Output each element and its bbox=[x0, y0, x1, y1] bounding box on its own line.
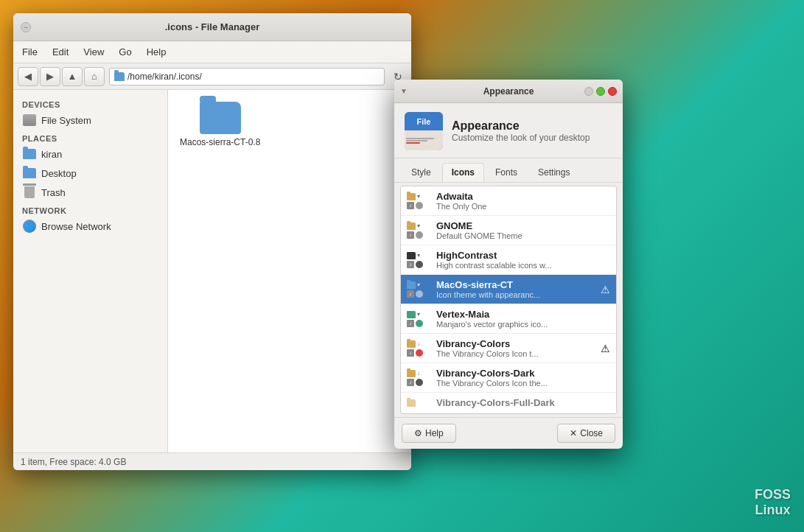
linux-text: Linux bbox=[755, 503, 791, 519]
theme-vibrancy[interactable]: ↓ ♪ Vibrancy-Colors The Vibrancy Colors … bbox=[401, 334, 616, 363]
mini-speaker-vertex: ♪ bbox=[407, 320, 414, 327]
titlebar-minimize-btn[interactable]: − bbox=[21, 22, 31, 32]
help-label: Help bbox=[425, 428, 444, 438]
menu-view[interactable]: View bbox=[80, 45, 107, 59]
theme-gnome-name: GNOME bbox=[436, 220, 610, 231]
back-button[interactable]: ◀ bbox=[18, 67, 38, 86]
mini-folder-1 bbox=[407, 193, 416, 200]
theme-macos-desc: Icon theme with appearanc... bbox=[436, 290, 595, 299]
menu-help[interactable]: Help bbox=[144, 45, 169, 59]
menu-file[interactable]: File bbox=[19, 45, 41, 59]
foss-linux-watermark: FOSS Linux bbox=[755, 487, 791, 519]
mini-down-vertex: ▾ bbox=[417, 311, 420, 318]
dialog-header: File Appearance Customize the look of yo… bbox=[394, 103, 623, 158]
desktop-label: Desktop bbox=[41, 168, 77, 179]
macos-warning-icon: ⚠ bbox=[601, 284, 610, 295]
foss-text: FOSS bbox=[755, 487, 791, 503]
icon-bottom bbox=[405, 130, 443, 150]
dialog-footer: ⚙ Help ✕ Close bbox=[394, 417, 623, 449]
theme-vibrancy-full-dark[interactable]: Vibrancy-Colors-Full-Dark bbox=[401, 393, 616, 413]
theme-vertex-preview: ▾ ♪ bbox=[407, 311, 430, 327]
dialog-menu-arrow[interactable]: ▼ bbox=[400, 87, 408, 95]
menu-edit[interactable]: Edit bbox=[49, 45, 71, 59]
file-name: Macos-sierra-CT-0.8 bbox=[180, 137, 260, 147]
address-bar[interactable]: /home/kiran/.icons/ bbox=[109, 68, 385, 85]
trash-label: Trash bbox=[41, 187, 66, 198]
theme-vibrancy-dark[interactable]: ↓ ♪ Vibrancy-Colors-Dark The Vibrancy Co… bbox=[401, 363, 616, 393]
folder-icon-large bbox=[200, 102, 241, 134]
sidebar-item-kiran[interactable]: kiran bbox=[13, 144, 167, 164]
dialog-hide-button[interactable] bbox=[596, 87, 605, 96]
up-button[interactable]: ▲ bbox=[62, 67, 83, 86]
sidebar-item-trash[interactable]: Trash bbox=[13, 183, 167, 202]
tab-fonts[interactable]: Fonts bbox=[486, 163, 527, 182]
theme-adwaita-desc: The Only One bbox=[436, 202, 610, 211]
theme-macos[interactable]: ▾ ♪ MacOs-sierra-CT Icon theme with appe… bbox=[401, 275, 616, 304]
sidebar-item-filesystem[interactable]: File System bbox=[13, 111, 167, 130]
forward-button[interactable]: ▶ bbox=[40, 67, 60, 86]
mini-folder-vibd bbox=[407, 370, 416, 377]
dialog-controls bbox=[584, 87, 617, 96]
dialog-titlebar: ▼ Appearance bbox=[394, 80, 623, 103]
theme-macos-preview: ▾ ♪ bbox=[407, 281, 430, 298]
status-text: 1 item, Free space: 4.0 GB bbox=[21, 457, 126, 467]
file-area: Macos-sierra-CT-0.8 bbox=[168, 90, 411, 452]
mini-down-gnome: ▾ bbox=[417, 223, 420, 230]
mini-circle-gnome bbox=[416, 231, 423, 239]
mini-circle-vibd bbox=[416, 379, 423, 386]
sidebar: DEVICES File System PLACES kiran Desktop bbox=[13, 90, 168, 452]
close-label: Close bbox=[580, 428, 603, 438]
theme-gnome-desc: Default GNOME Theme bbox=[436, 231, 610, 240]
icon-themes-list[interactable]: ▾ ♪ Adwaita The Only One ▾ ♪ bbox=[400, 186, 617, 414]
tab-settings[interactable]: Settings bbox=[528, 163, 579, 182]
drive-icon bbox=[22, 113, 37, 127]
theme-adwaita[interactable]: ▾ ♪ Adwaita The Only One bbox=[401, 186, 616, 216]
theme-gnome[interactable]: ▾ ♪ GNOME Default GNOME Theme bbox=[401, 216, 616, 245]
mini-speaker-vib: ♪ bbox=[407, 349, 414, 357]
content-area: DEVICES File System PLACES kiran Desktop bbox=[13, 90, 411, 452]
theme-vibrancy-preview: ↓ ♪ bbox=[407, 340, 430, 357]
theme-vertex-maia[interactable]: ▾ ♪ Vertex-Maia Manjaro's vector graphic… bbox=[401, 304, 616, 334]
dialog-close-button[interactable] bbox=[608, 87, 617, 96]
theme-macos-text: MacOs-sierra-CT Icon theme with appearan… bbox=[436, 279, 595, 299]
help-button[interactable]: ⚙ Help bbox=[402, 424, 456, 443]
icon-top: File bbox=[405, 112, 443, 130]
home-button[interactable]: ⌂ bbox=[84, 67, 105, 86]
sidebar-item-desktop[interactable]: Desktop bbox=[13, 164, 167, 183]
mini-down-hc: ▾ bbox=[417, 252, 420, 259]
theme-highcontrast-text: HighContrast High contrast scalable icon… bbox=[436, 250, 610, 270]
mini-circle-hc bbox=[416, 261, 423, 268]
file-manager-window: − .icons - File Manager File Edit View G… bbox=[13, 13, 411, 470]
theme-vibrancy-desc: The Vibrancy Colors Icon t... bbox=[436, 349, 595, 358]
mini-circle-1 bbox=[416, 202, 423, 209]
theme-vibrancy-dark-preview: ↓ ♪ bbox=[407, 370, 430, 386]
file-item-macos[interactable]: Macos-sierra-CT-0.8 bbox=[177, 99, 263, 150]
sidebar-item-browse-network[interactable]: 🌐 Browse Network bbox=[13, 217, 167, 236]
theme-highcontrast-desc: High contrast scalable icons w... bbox=[436, 261, 610, 270]
toolbar: ◀ ▶ ▲ ⌂ /home/kiran/.icons/ ↻ bbox=[13, 63, 411, 90]
mini-folder-vib bbox=[407, 340, 416, 348]
appearance-icon: File bbox=[405, 112, 443, 150]
theme-vertex-name: Vertex-Maia bbox=[436, 309, 610, 320]
mini-circle-vertex bbox=[416, 320, 423, 327]
theme-vibrancy-dark-text: Vibrancy-Colors-Dark The Vibrancy Colors… bbox=[436, 368, 610, 388]
dialog-minimize-button[interactable] bbox=[584, 87, 593, 96]
menu-go[interactable]: Go bbox=[116, 45, 134, 59]
theme-vibrancy-name: Vibrancy-Colors bbox=[436, 338, 595, 349]
theme-adwaita-name: Adwaita bbox=[436, 191, 610, 202]
file-manager-titlebar: − .icons - File Manager bbox=[13, 13, 411, 41]
mini-folder-vertex bbox=[407, 311, 416, 318]
theme-highcontrast[interactable]: ▾ ♪ HighContrast High contrast scalable … bbox=[401, 245, 616, 275]
theme-adwaita-text: Adwaita The Only One bbox=[436, 191, 610, 211]
appearance-dialog: ▼ Appearance File Appearance Custom bbox=[394, 80, 623, 449]
theme-vibrancy-dark-desc: The Vibrancy Colors Icon the... bbox=[436, 379, 610, 388]
tab-style[interactable]: Style bbox=[402, 163, 441, 182]
mini-speaker-mac: ♪ bbox=[407, 290, 414, 298]
tab-icons[interactable]: Icons bbox=[442, 163, 484, 182]
kiran-folder-icon bbox=[22, 147, 37, 161]
close-button[interactable]: ✕ Close bbox=[557, 424, 615, 443]
theme-vibrancy-text: Vibrancy-Colors The Vibrancy Colors Icon… bbox=[436, 338, 595, 358]
help-icon: ⚙ bbox=[414, 428, 422, 438]
mini-circle-mac bbox=[416, 290, 423, 298]
mini-speaker-hc: ♪ bbox=[407, 261, 414, 268]
